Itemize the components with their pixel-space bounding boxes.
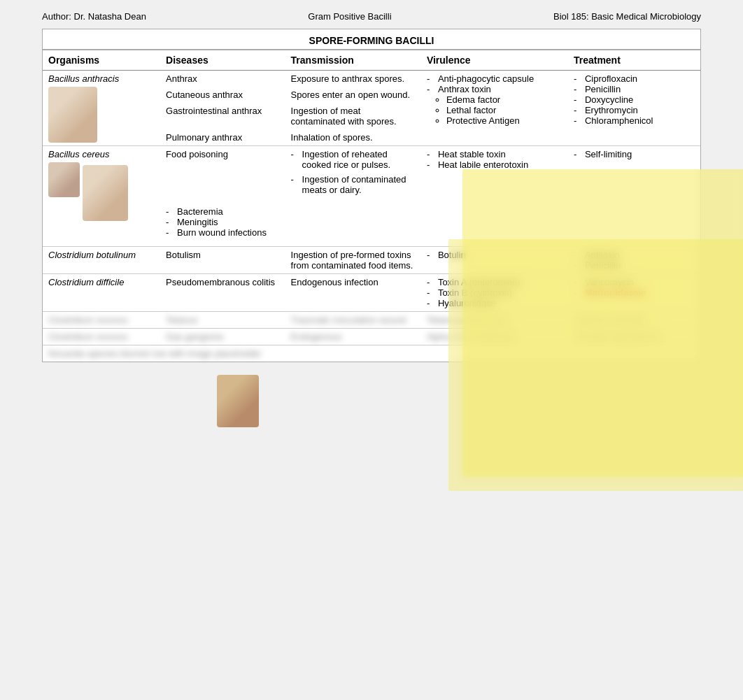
col-organisms: Organisms xyxy=(43,50,160,71)
col-transmission: Transmission xyxy=(285,50,421,71)
col-diseases: Diseases xyxy=(160,50,285,71)
disease-cell: Food poisoning xyxy=(160,146,285,199)
transmission-cell: -Ingestion of reheated cooked rice or pu… xyxy=(285,146,421,199)
table-title: SPORE-FORMING BACILLI xyxy=(43,29,700,50)
disease-cell: Pseudomembranous colitis xyxy=(160,274,285,312)
author-label: Author: Dr. Natasha Dean xyxy=(42,11,146,22)
organism-cell: Bacillus cereus xyxy=(43,146,160,247)
organism-cell: Clostridium difficile xyxy=(43,274,160,312)
table-row: Bacillus anthracis Anthrax Exposure to a… xyxy=(43,71,700,87)
transmission-cell: Inhalation of spores. xyxy=(285,129,421,146)
disease-cell: Anthrax xyxy=(160,71,285,87)
organism-cell: Bacillus anthracis xyxy=(43,71,160,146)
organism-name: Clostridium botulinum xyxy=(48,250,136,260)
col-virulence: Virulence xyxy=(421,50,568,71)
disease-cell: Pulmonary anthrax xyxy=(160,129,285,146)
organism-image xyxy=(48,162,80,197)
transmission-cell: Ingestion of meat contaminated with spor… xyxy=(285,103,421,129)
transmission-cell xyxy=(285,198,421,241)
disease-cell: -Bacteremia -Meningitis -Burn wound infe… xyxy=(160,198,285,241)
transmission-cell: Exposure to anthrax spores. xyxy=(285,71,421,87)
subject-label: Gram Positive Bacilli xyxy=(308,11,391,22)
transmission-cell-blurred: Endogenous xyxy=(285,329,421,345)
course-label: Biol 185: Basic Medical Microbiology xyxy=(553,11,701,22)
col-treatment: Treatment xyxy=(568,50,700,71)
transmission-cell: Ingestion of pre-formed toxins from cont… xyxy=(285,247,421,274)
disease-cell-blurred: Tetanus xyxy=(160,312,285,329)
organism-name: Bacillus cereus xyxy=(48,149,109,159)
transmission-cell: Endogenous infection xyxy=(285,274,421,312)
organism-image xyxy=(83,165,128,221)
treatment-cell: -Ciprofloxacin -Penicillin -Doxycycline … xyxy=(568,71,700,146)
disease-cell: Cutaneous anthrax xyxy=(160,87,285,103)
table-container: SPORE-FORMING BACILLI Organisms Diseases… xyxy=(42,29,701,362)
organism-name: Bacillus anthracis xyxy=(48,73,119,84)
disease-cell: Botulism xyxy=(160,247,285,274)
organism-cell-blurred: Clostridium xxxxxxx xyxy=(43,312,160,329)
transmission-cell-blurred: Traumatic inoculation wound xyxy=(285,312,421,329)
blurred-overlay-2 xyxy=(448,239,743,491)
virulence-cell: -Anti-phagocytic capsule -Anthrax toxin … xyxy=(421,71,568,146)
page-header: Author: Dr. Natasha Dean Gram Positive B… xyxy=(0,0,743,29)
transmission-cell: Spores enter an open wound. xyxy=(285,87,421,103)
disease-cell-blurred: Gas gangrene xyxy=(160,329,285,345)
disease-cell: Gastrointestinal anthrax xyxy=(160,103,285,129)
footer-organism-image xyxy=(217,375,259,427)
organism-cell: Clostridium botulinum xyxy=(43,247,160,274)
organism-cell-blurred: Clostridium xxxxxxx xyxy=(43,329,160,345)
organism-image xyxy=(48,87,97,143)
organism-name: Clostridium difficile xyxy=(48,277,124,287)
